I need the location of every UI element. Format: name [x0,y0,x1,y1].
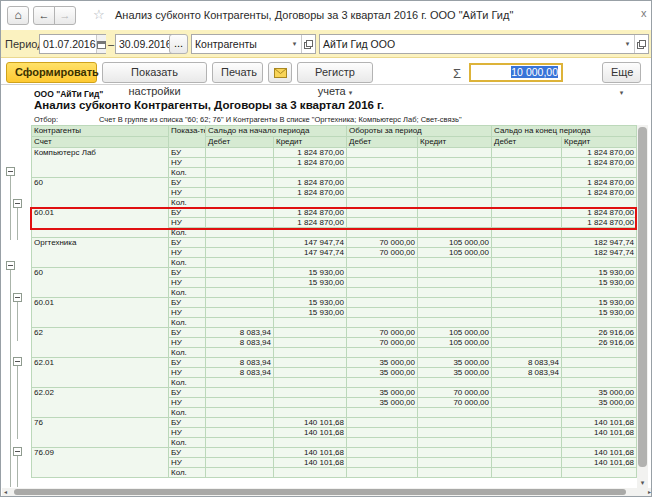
value-cell[interactable] [418,418,492,428]
value-cell[interactable]: 26 916,06 [562,338,637,348]
indicator-cell[interactable]: Кол. [169,378,206,388]
indicator-cell[interactable]: НУ [169,428,206,438]
value-cell[interactable] [418,198,492,208]
indicator-cell[interactable]: БУ [169,388,206,398]
value-cell[interactable]: 105 000,00 [418,338,492,348]
value-cell[interactable] [347,168,418,178]
indicator-cell[interactable]: НУ [169,308,206,318]
value-cell[interactable]: 1 824 870,00 [562,178,637,188]
value-cell[interactable] [206,378,274,388]
value-cell[interactable] [562,378,637,388]
value-cell[interactable]: 1 824 870,00 [274,158,347,168]
value-cell[interactable] [492,168,562,178]
value-cell[interactable] [274,328,347,338]
value-cell[interactable] [274,338,347,348]
value-cell[interactable] [347,448,418,458]
value-cell[interactable] [206,148,274,158]
group-name-cell[interactable]: 60.01 [32,208,169,238]
value-cell[interactable]: 35 000,00 [418,358,492,368]
indicator-cell[interactable]: Кол. [169,288,206,298]
horizontal-scrollbar[interactable]: ◂ ▸ [2,488,652,496]
vertical-scrollbar[interactable]: ▾ [637,125,648,488]
value-cell[interactable] [492,228,562,238]
indicator-cell[interactable]: НУ [169,278,206,288]
value-cell[interactable] [492,388,562,398]
group-name-cell[interactable]: 76 [32,418,169,448]
value-cell[interactable] [562,198,637,208]
value-cell[interactable]: 15 930,00 [274,278,347,288]
value-cell[interactable] [418,438,492,448]
chevron-down-icon[interactable]: ▾ [621,40,634,48]
value-cell[interactable]: 182 947,74 [562,248,637,258]
value-cell[interactable] [274,228,347,238]
value-cell[interactable] [418,208,492,218]
value-cell[interactable] [562,318,637,328]
indicator-cell[interactable]: БУ [169,328,206,338]
value-cell[interactable]: 1 824 870,00 [274,188,347,198]
value-cell[interactable] [274,378,347,388]
value-cell[interactable] [274,398,347,408]
value-cell[interactable] [206,188,274,198]
indicator-cell[interactable]: НУ [169,218,206,228]
chevron-down-icon[interactable]: ▾ [288,40,301,48]
value-cell[interactable]: 35 000,00 [418,368,492,378]
indicator-cell[interactable]: БУ [169,268,206,278]
value-cell[interactable] [492,148,562,158]
value-cell[interactable]: 15 930,00 [562,298,637,308]
value-cell[interactable] [347,308,418,318]
value-cell[interactable]: 15 930,00 [562,308,637,318]
value-cell[interactable]: 8 083,94 [492,358,562,368]
value-cell[interactable] [418,468,492,478]
favorite-star-icon[interactable]: ☆ [93,7,105,22]
collapse-group-button[interactable] [13,447,22,456]
value-cell[interactable] [418,258,492,268]
value-cell[interactable] [347,228,418,238]
value-cell[interactable] [274,408,347,418]
value-cell[interactable]: 70 000,00 [347,338,418,348]
collapse-group-button[interactable] [13,293,22,302]
value-cell[interactable] [492,418,562,428]
value-cell[interactable] [347,318,418,328]
indicator-cell[interactable]: БУ [169,418,206,428]
value-cell[interactable]: 8 083,94 [492,368,562,378]
value-cell[interactable]: 1 824 870,00 [562,148,637,158]
value-cell[interactable] [562,228,637,238]
group-name-cell[interactable]: 76.09 [32,448,169,478]
value-cell[interactable] [206,278,274,288]
back-button[interactable]: ← [33,6,55,25]
value-cell[interactable]: 8 083,94 [206,368,274,378]
value-cell[interactable] [206,178,274,188]
value-cell[interactable] [206,438,274,448]
value-cell[interactable] [347,188,418,198]
horizontal-scrollbar-thumb[interactable] [14,489,626,495]
value-cell[interactable] [274,368,347,378]
value-cell[interactable]: 105 000,00 [418,238,492,248]
value-cell[interactable] [274,168,347,178]
indicator-cell[interactable]: НУ [169,158,206,168]
value-cell[interactable] [274,288,347,298]
choose-icon[interactable] [634,35,648,53]
value-cell[interactable] [274,318,347,328]
value-cell[interactable]: 1 824 870,00 [274,208,347,218]
indicator-cell[interactable]: БУ [169,448,206,458]
value-cell[interactable] [347,218,418,228]
value-cell[interactable] [274,258,347,268]
value-cell[interactable]: 140 101,68 [562,428,637,438]
indicator-cell[interactable]: БУ [169,178,206,188]
collapse-group-button[interactable] [6,261,15,270]
value-cell[interactable] [492,458,562,468]
value-cell[interactable] [347,268,418,278]
value-cell[interactable] [206,308,274,318]
value-cell[interactable] [274,348,347,358]
value-cell[interactable] [347,468,418,478]
mail-button[interactable] [268,62,292,83]
value-cell[interactable] [418,148,492,158]
value-cell[interactable] [418,158,492,168]
indicator-cell[interactable]: БУ [169,358,206,368]
group-name-cell[interactable]: 60.01 [32,298,169,328]
value-cell[interactable] [347,198,418,208]
show-settings-button[interactable]: Показать настройки [102,62,207,83]
value-cell[interactable] [418,288,492,298]
indicator-cell[interactable]: Кол. [169,408,206,418]
value-cell[interactable]: 8 083,94 [206,358,274,368]
